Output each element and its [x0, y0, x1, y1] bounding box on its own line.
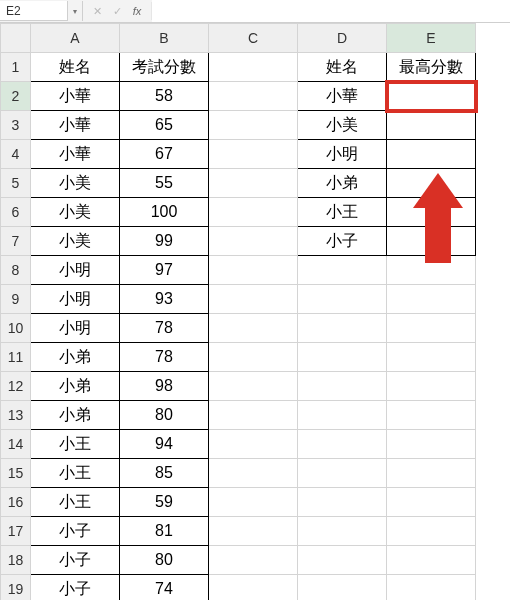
- row-header-9[interactable]: 9: [1, 285, 31, 314]
- cell-C18[interactable]: [209, 546, 298, 575]
- cell-C4[interactable]: [209, 140, 298, 169]
- cell-B17[interactable]: 81: [120, 517, 209, 546]
- cell-A9[interactable]: 小明: [31, 285, 120, 314]
- row-header-2[interactable]: 2: [1, 82, 31, 111]
- cell-B1[interactable]: 考試分數: [120, 53, 209, 82]
- cell-B3[interactable]: 65: [120, 111, 209, 140]
- cell-C9[interactable]: [209, 285, 298, 314]
- cell-B6[interactable]: 100: [120, 198, 209, 227]
- cell-C6[interactable]: [209, 198, 298, 227]
- row-header-18[interactable]: 18: [1, 546, 31, 575]
- cell-B11[interactable]: 78: [120, 343, 209, 372]
- cell-A7[interactable]: 小美: [31, 227, 120, 256]
- cell-E5[interactable]: [387, 169, 476, 198]
- cell-C8[interactable]: [209, 256, 298, 285]
- cell-E17[interactable]: [387, 517, 476, 546]
- cell-C12[interactable]: [209, 372, 298, 401]
- cell-C19[interactable]: [209, 575, 298, 601]
- row-header-10[interactable]: 10: [1, 314, 31, 343]
- select-all-corner[interactable]: [1, 24, 31, 53]
- cell-C7[interactable]: [209, 227, 298, 256]
- cell-D14[interactable]: [298, 430, 387, 459]
- name-box-dropdown[interactable]: ▾: [68, 1, 83, 21]
- cell-A2[interactable]: 小華: [31, 82, 120, 111]
- cell-C3[interactable]: [209, 111, 298, 140]
- fx-icon[interactable]: fx: [129, 2, 145, 20]
- cell-A10[interactable]: 小明: [31, 314, 120, 343]
- cell-D15[interactable]: [298, 459, 387, 488]
- cell-D10[interactable]: [298, 314, 387, 343]
- cell-A6[interactable]: 小美: [31, 198, 120, 227]
- cell-B7[interactable]: 99: [120, 227, 209, 256]
- cell-E14[interactable]: [387, 430, 476, 459]
- cell-C15[interactable]: [209, 459, 298, 488]
- row-header-3[interactable]: 3: [1, 111, 31, 140]
- cell-D7[interactable]: 小子: [298, 227, 387, 256]
- cell-D5[interactable]: 小弟: [298, 169, 387, 198]
- cell-E12[interactable]: [387, 372, 476, 401]
- cell-B5[interactable]: 55: [120, 169, 209, 198]
- row-header-14[interactable]: 14: [1, 430, 31, 459]
- cell-D9[interactable]: [298, 285, 387, 314]
- row-header-13[interactable]: 13: [1, 401, 31, 430]
- row-header-5[interactable]: 5: [1, 169, 31, 198]
- cell-B8[interactable]: 97: [120, 256, 209, 285]
- cell-A17[interactable]: 小子: [31, 517, 120, 546]
- cell-E15[interactable]: [387, 459, 476, 488]
- cell-B18[interactable]: 80: [120, 546, 209, 575]
- cell-E18[interactable]: [387, 546, 476, 575]
- row-header-8[interactable]: 8: [1, 256, 31, 285]
- cell-B19[interactable]: 74: [120, 575, 209, 601]
- row-header-17[interactable]: 17: [1, 517, 31, 546]
- cell-D19[interactable]: [298, 575, 387, 601]
- cell-E19[interactable]: [387, 575, 476, 601]
- cell-D17[interactable]: [298, 517, 387, 546]
- col-header-E[interactable]: E: [387, 24, 476, 53]
- cancel-icon[interactable]: ✕: [89, 2, 105, 20]
- name-box[interactable]: E2: [0, 1, 68, 21]
- cell-E2[interactable]: [387, 82, 476, 111]
- cell-C10[interactable]: [209, 314, 298, 343]
- cell-D3[interactable]: 小美: [298, 111, 387, 140]
- row-header-7[interactable]: 7: [1, 227, 31, 256]
- cell-C11[interactable]: [209, 343, 298, 372]
- cell-B14[interactable]: 94: [120, 430, 209, 459]
- row-header-16[interactable]: 16: [1, 488, 31, 517]
- cell-A13[interactable]: 小弟: [31, 401, 120, 430]
- cell-E10[interactable]: [387, 314, 476, 343]
- cell-C14[interactable]: [209, 430, 298, 459]
- cell-B12[interactable]: 98: [120, 372, 209, 401]
- cell-D11[interactable]: [298, 343, 387, 372]
- cell-D13[interactable]: [298, 401, 387, 430]
- row-header-15[interactable]: 15: [1, 459, 31, 488]
- row-header-6[interactable]: 6: [1, 198, 31, 227]
- cell-C1[interactable]: [209, 53, 298, 82]
- col-header-A[interactable]: A: [31, 24, 120, 53]
- cell-B10[interactable]: 78: [120, 314, 209, 343]
- formula-input[interactable]: [152, 0, 510, 22]
- cell-A3[interactable]: 小華: [31, 111, 120, 140]
- cell-D1[interactable]: 姓名: [298, 53, 387, 82]
- row-header-12[interactable]: 12: [1, 372, 31, 401]
- cell-B16[interactable]: 59: [120, 488, 209, 517]
- cell-D16[interactable]: [298, 488, 387, 517]
- cell-E1[interactable]: 最高分數: [387, 53, 476, 82]
- cell-D12[interactable]: [298, 372, 387, 401]
- cell-B2[interactable]: 58: [120, 82, 209, 111]
- cell-A1[interactable]: 姓名: [31, 53, 120, 82]
- col-header-D[interactable]: D: [298, 24, 387, 53]
- cell-A15[interactable]: 小王: [31, 459, 120, 488]
- cell-C17[interactable]: [209, 517, 298, 546]
- row-header-4[interactable]: 4: [1, 140, 31, 169]
- cell-D6[interactable]: 小王: [298, 198, 387, 227]
- row-header-19[interactable]: 19: [1, 575, 31, 601]
- cell-D18[interactable]: [298, 546, 387, 575]
- cell-A4[interactable]: 小華: [31, 140, 120, 169]
- cell-C16[interactable]: [209, 488, 298, 517]
- cell-A14[interactable]: 小王: [31, 430, 120, 459]
- cell-D8[interactable]: [298, 256, 387, 285]
- cell-C5[interactable]: [209, 169, 298, 198]
- cell-B4[interactable]: 67: [120, 140, 209, 169]
- cell-A5[interactable]: 小美: [31, 169, 120, 198]
- cell-E13[interactable]: [387, 401, 476, 430]
